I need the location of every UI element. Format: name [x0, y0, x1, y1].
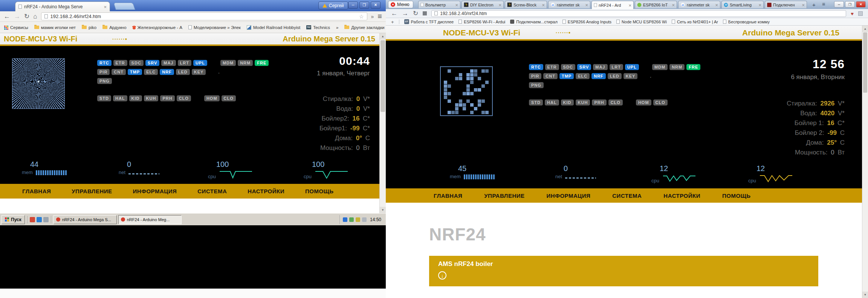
browser-tab-active[interactable]: nRF24 - Arduino Mega Serve — [15, 2, 110, 11]
status-badge: NRF — [591, 73, 606, 79]
scrollbar-thumb[interactable] — [381, 40, 385, 112]
browser-tab[interactable]: Screw-Block — [505, 1, 547, 8]
bookmark-item[interactable]: Железнодорожные - А — [133, 25, 182, 30]
tray-icon[interactable] — [343, 217, 347, 222]
reload-icon[interactable] — [413, 10, 418, 17]
bookmark-item[interactable]: piko — [82, 25, 96, 30]
nav-item[interactable]: УПРАВЛЕНИЕ — [484, 193, 524, 199]
taskbar-task-button[interactable]: nRF24 - Arduino Mega S... — [53, 215, 117, 224]
bookmark-item[interactable]: Ардуино — [102, 25, 126, 30]
quick-launch-icon[interactable] — [37, 217, 42, 222]
bookmark-item[interactable]: Сервисы — [4, 25, 28, 30]
browser-menu-icon[interactable] — [377, 12, 382, 21]
nav-item[interactable]: НАСТРОЙКИ — [248, 188, 284, 194]
scroll-up-icon[interactable]: ▲ — [380, 33, 386, 40]
close-button[interactable] — [856, 1, 866, 8]
browser-tab[interactable]: Подключен — [765, 1, 807, 8]
nav-item[interactable]: ПОМОЩЬ — [722, 193, 751, 199]
close-button[interactable] — [371, 2, 381, 9]
meter-label: mem — [450, 174, 461, 179]
bookmark-item[interactable]: ESP8266 Analog Inputs — [562, 20, 611, 24]
tab-close-icon[interactable] — [758, 2, 761, 8]
nav-item[interactable]: ПОМОЩЬ — [305, 188, 334, 194]
scroll-down-icon[interactable]: ▼ — [862, 292, 868, 298]
bookmark-item[interactable]: Другие закладки — [344, 25, 384, 30]
bookmark-item[interactable]: мамик иголки нет — [34, 25, 76, 30]
tab-close-icon[interactable] — [498, 2, 501, 8]
scrollbar[interactable]: ▲ ▼ — [379, 33, 386, 213]
nav-item[interactable]: ИНФОРМАЦИЯ — [547, 193, 591, 199]
nav-item[interactable]: НАСТРОЙКИ — [663, 193, 700, 199]
address-bar[interactable]: 192.168.2.40/nrf24.htm — [431, 10, 846, 17]
browser-tab[interactable]: rainmeter sk — [548, 1, 590, 8]
bookmark-label: Ардуино — [109, 25, 126, 30]
start-button[interactable]: Пуск — [2, 215, 25, 224]
tab-close-icon[interactable] — [542, 2, 545, 8]
quick-launch-icon[interactable] — [30, 217, 35, 222]
browser-tab[interactable]: ESP8266 IoT — [635, 1, 677, 8]
scroll-down-icon[interactable]: ▼ — [380, 207, 386, 213]
bookmark-item[interactable]: ESP8266 Wi-Fi - Ardui — [458, 20, 505, 24]
boiler-banner[interactable]: AMS nRF24 boiler — [429, 256, 818, 286]
bookmark-item[interactable]: Сеть из Nrf24l01+ | Ar — [672, 20, 718, 24]
nav-item[interactable]: ГЛАВНАЯ — [22, 188, 51, 194]
nav-item[interactable]: УПРАВЛЕНИЕ — [72, 188, 112, 194]
taskbar-task-button[interactable]: nRF24 - Arduino Meg... — [118, 215, 182, 224]
tab-close-icon[interactable] — [672, 2, 675, 8]
forward-icon[interactable] — [14, 13, 20, 20]
forward-icon[interactable] — [402, 10, 408, 17]
tab-close-icon[interactable] — [802, 2, 805, 8]
nav-item[interactable]: ИНФОРМАЦИЯ — [133, 188, 177, 194]
nav-item[interactable]: СИСТЕМА — [612, 193, 642, 199]
scrollbar[interactable]: ▲ ▼ — [862, 26, 868, 298]
tab-close-icon[interactable] — [104, 3, 107, 10]
tab-close-icon[interactable] — [715, 2, 718, 8]
bookmark-heart-icon[interactable] — [851, 10, 854, 17]
tab-close-icon[interactable] — [455, 2, 458, 8]
bookmark-item[interactable]: Подключаем...стирал — [510, 20, 558, 24]
restore-button[interactable] — [359, 2, 369, 9]
minimize-button[interactable] — [348, 2, 358, 9]
extension-icon[interactable] — [858, 11, 863, 16]
bookmark-item[interactable]: Node MCU ESP8266 Wi — [616, 20, 667, 24]
tray-icon[interactable] — [349, 217, 354, 222]
speed-dial-icon[interactable] — [423, 11, 427, 15]
address-bar[interactable]: 192.168.2.46/nrf24.htm — [41, 12, 367, 20]
back-icon[interactable] — [391, 10, 397, 17]
add-bookmark-icon[interactable] — [391, 18, 394, 25]
expand-down-icon[interactable] — [438, 271, 446, 280]
bookmark-item[interactable]: Technics — [306, 25, 330, 30]
overflow-chevron-icon[interactable] — [371, 13, 374, 20]
tab-close-icon[interactable] — [585, 2, 588, 8]
browser-tab[interactable]: Вольтметр — [418, 1, 460, 8]
user-profile-button[interactable]: Сергей — [318, 2, 348, 9]
nav-item[interactable]: ГЛАВНАЯ — [434, 193, 462, 199]
new-tab-icon[interactable] — [812, 2, 816, 8]
scroll-up-icon[interactable]: ▲ — [862, 26, 868, 32]
scrollbar-thumb[interactable] — [863, 32, 867, 93]
tray-icon[interactable] — [356, 217, 360, 222]
restore-button[interactable] — [845, 1, 855, 8]
tab-list-icon[interactable] — [822, 1, 825, 7]
browser-tab[interactable]: nRF24 - Ard — [591, 1, 634, 9]
new-tab-button[interactable] — [113, 3, 135, 10]
reload-icon[interactable] — [24, 13, 29, 20]
bookmark-item[interactable]: Беспроводные комму — [723, 20, 770, 24]
browser-tab[interactable]: SmartLiving — [721, 1, 764, 8]
minimize-button[interactable] — [834, 1, 844, 8]
tab-close-icon[interactable] — [628, 2, 631, 9]
tray-icon[interactable] — [362, 217, 367, 222]
opera-menu-button[interactable]: Меню — [388, 1, 413, 8]
sensor-label: Вода: — [336, 105, 353, 112]
bookmark-star-icon[interactable] — [359, 13, 364, 20]
bookmark-item[interactable]: Работа с TFT дисплее — [404, 19, 454, 24]
bookmark-item[interactable]: » — [336, 25, 338, 30]
browser-tab[interactable]: DIY Electron — [462, 1, 504, 8]
nav-item[interactable]: СИСТЕМА — [197, 188, 227, 194]
browser-tab[interactable]: rainmeter sk — [678, 1, 720, 8]
bookmark-item[interactable]: Model Railroad Hobbyist — [247, 25, 300, 30]
back-icon[interactable] — [4, 13, 10, 20]
home-icon[interactable] — [33, 13, 37, 20]
quick-launch-icon[interactable] — [43, 217, 49, 222]
bookmark-item[interactable]: Моделирование » Элек — [188, 25, 241, 30]
